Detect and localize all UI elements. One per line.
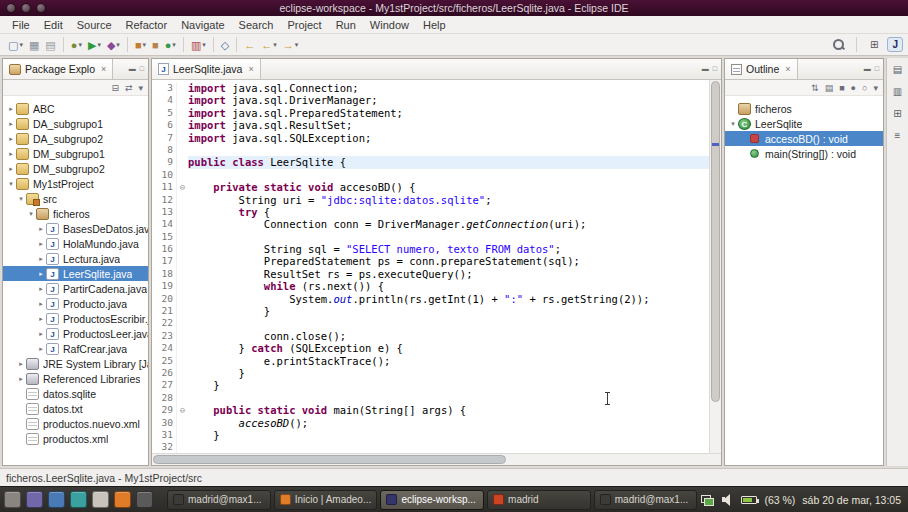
back-button[interactable]: ←▾ [258, 38, 280, 52]
hide-local-types-icon[interactable]: ○ [862, 82, 867, 94]
view-menu-icon[interactable]: ▾ [873, 82, 878, 94]
code-line[interactable]: 3import java.sql.Connection; [152, 82, 709, 94]
explorer-item[interactable]: ▸JBasesDeDatos.java [3, 221, 148, 236]
expand-arrow-icon[interactable]: ▸ [6, 165, 16, 173]
menu-edit[interactable]: Edit [37, 18, 70, 32]
code-line[interactable]: 4import java.sql.DriverManager; [152, 94, 709, 106]
code-line[interactable]: 14 Connection conn = DriverManager.getCo… [152, 218, 709, 230]
code-line[interactable]: 23 conn.close(); [152, 330, 709, 342]
code-line[interactable]: 22 [152, 317, 709, 329]
code-line[interactable]: 12 String uri = "jdbc:sqlite:datos.sqlit… [152, 194, 709, 206]
code-line[interactable]: 32 [152, 441, 709, 453]
code-line[interactable]: 6import java.sql.ResultSet; [152, 119, 709, 131]
code-line[interactable]: 25 e.printStackTrace(); [152, 355, 709, 367]
volume-icon[interactable] [721, 493, 734, 506]
minimized-view-2-icon[interactable]: ▥ [890, 85, 906, 99]
expand-arrow-icon[interactable]: ▸ [16, 375, 26, 383]
close-editor-icon[interactable]: × [248, 64, 253, 74]
collapse-arrow-icon[interactable]: ▾ [6, 180, 16, 188]
hide-static-members-icon[interactable]: ■ [839, 82, 844, 94]
expand-arrow-icon[interactable]: ▸ [36, 300, 46, 308]
explorer-item[interactable]: ▸DA_subgrupo2 [3, 131, 148, 146]
code-line[interactable]: 27 } [152, 379, 709, 391]
launcher-3-icon[interactable] [48, 491, 65, 508]
editor-body[interactable]: 3import java.sql.Connection;4import java… [152, 80, 721, 453]
expand-arrow-icon[interactable]: ▸ [6, 135, 16, 143]
editor-horizontal-scrollbar[interactable] [152, 453, 721, 465]
maximize-editor-icon[interactable]: □ [713, 65, 717, 73]
launcher-4-icon[interactable] [70, 491, 87, 508]
code-line[interactable]: 21 } [152, 305, 709, 317]
titlebar[interactable]: eclipse-workspace - My1stProject/src/fic… [0, 0, 908, 16]
explorer-item[interactable]: ▸JRE System Library [Java [3, 356, 148, 371]
minimized-view-4-icon[interactable]: ≡ [890, 129, 906, 143]
explorer-item[interactable]: ▾src [3, 191, 148, 206]
code-line[interactable]: 15 [152, 231, 709, 243]
code-line[interactable]: 20 System.out.println(rs.getInt(1) + ":"… [152, 293, 709, 305]
debug-button[interactable]: ●▾ [68, 38, 85, 52]
forward-button[interactable]: →▾ [280, 38, 302, 52]
menu-file[interactable]: File [5, 18, 37, 32]
explorer-item[interactable]: ▸JProductosEscribir.java [3, 311, 148, 326]
code-line[interactable]: 19 while (rs.next()) { [152, 280, 709, 292]
external-tools-button[interactable]: ◆▾ [104, 38, 123, 52]
explorer-item[interactable]: ▸JRafCrear.java [3, 341, 148, 356]
menu-help[interactable]: Help [416, 18, 453, 32]
fold-collapse-icon[interactable]: ⊖ [176, 404, 188, 416]
expand-arrow-icon[interactable]: ▸ [36, 330, 46, 338]
collapse-all-icon[interactable]: ⊟ [111, 82, 119, 94]
launcher-7-icon[interactable] [136, 491, 153, 508]
code-line[interactable]: 16 String sql = "SELECT numero, texto FR… [152, 243, 709, 255]
expand-arrow-icon[interactable]: ▸ [6, 150, 16, 158]
close-window-button[interactable] [6, 3, 16, 13]
menu-project[interactable]: Project [280, 18, 328, 32]
java-perspective-button[interactable]: J [887, 37, 903, 52]
minimize-outline-icon[interactable]: ▬ [864, 65, 871, 73]
explorer-item[interactable]: productos.xml [3, 431, 148, 446]
taskbar-window-button[interactable]: madrid [487, 490, 591, 510]
expand-arrow-icon[interactable]: ▸ [6, 105, 16, 113]
launcher-5-icon[interactable] [92, 491, 109, 508]
explorer-item[interactable]: datos.txt [3, 401, 148, 416]
collapse-arrow-icon[interactable]: ▾ [26, 210, 36, 218]
minimize-view-icon[interactable]: ▬ [129, 65, 136, 73]
explorer-item[interactable]: ▸DM_subgrupo2 [3, 161, 148, 176]
code-line[interactable]: 7import java.sql.SQLException; [152, 132, 709, 144]
taskbar-window-button[interactable]: Inicio | Amadeo... [274, 490, 378, 510]
hide-non-public-icon[interactable]: ● [851, 82, 856, 94]
hide-fields-icon[interactable]: ▤ [825, 82, 834, 94]
close-outline-icon[interactable]: × [785, 64, 790, 74]
outline-tab[interactable]: Outline × [725, 59, 798, 79]
taskbar-window-button[interactable]: madrid@max1... [594, 490, 698, 510]
new-package-button[interactable]: ■ [149, 38, 162, 52]
view-menu-icon[interactable]: ▾ [138, 82, 143, 94]
open-task-button[interactable]: ◇ [218, 38, 232, 52]
explorer-item[interactable]: ▸ABC [3, 101, 148, 116]
collapse-arrow-icon[interactable]: ▾ [16, 195, 26, 203]
code-line[interactable]: 11⊖ private static void accesoBD() { [152, 181, 709, 193]
horizontal-scrollbar-thumb[interactable] [153, 455, 506, 464]
menu-navigate[interactable]: Navigate [174, 18, 231, 32]
minimized-view-3-icon[interactable]: ⊞ [890, 107, 906, 121]
last-edit-location-button[interactable]: ← [241, 38, 258, 52]
collapse-arrow-icon[interactable]: ▾ [728, 120, 738, 128]
explorer-item[interactable]: ▾ficheros [3, 206, 148, 221]
network-icon[interactable] [701, 494, 714, 506]
launcher-2-icon[interactable] [26, 491, 43, 508]
explorer-item[interactable]: ▸JProductosLeer.java [3, 326, 148, 341]
explorer-item[interactable]: ▸DA_subgrupo1 [3, 116, 148, 131]
link-with-editor-icon[interactable]: ⇄ [125, 82, 133, 94]
launcher-1-icon[interactable] [4, 491, 21, 508]
menu-source[interactable]: Source [70, 18, 119, 32]
maximize-outline-icon[interactable]: □ [875, 65, 879, 73]
expand-arrow-icon[interactable]: ▸ [36, 225, 46, 233]
explorer-item[interactable]: datos.sqlite [3, 386, 148, 401]
explorer-item[interactable]: ▸JPartirCadena.java [3, 281, 148, 296]
new-class-button[interactable]: ●▾ [162, 38, 179, 52]
code-line[interactable]: 31 } [152, 429, 709, 441]
maximize-view-icon[interactable]: □ [140, 65, 144, 73]
explorer-item[interactable]: ▾My1stProject [3, 176, 148, 191]
new-java-project-button[interactable]: ■▾ [132, 38, 149, 52]
code-line[interactable]: 5import java.sql.PreparedStatement; [152, 107, 709, 119]
minimize-editor-icon[interactable]: ▬ [702, 65, 709, 73]
